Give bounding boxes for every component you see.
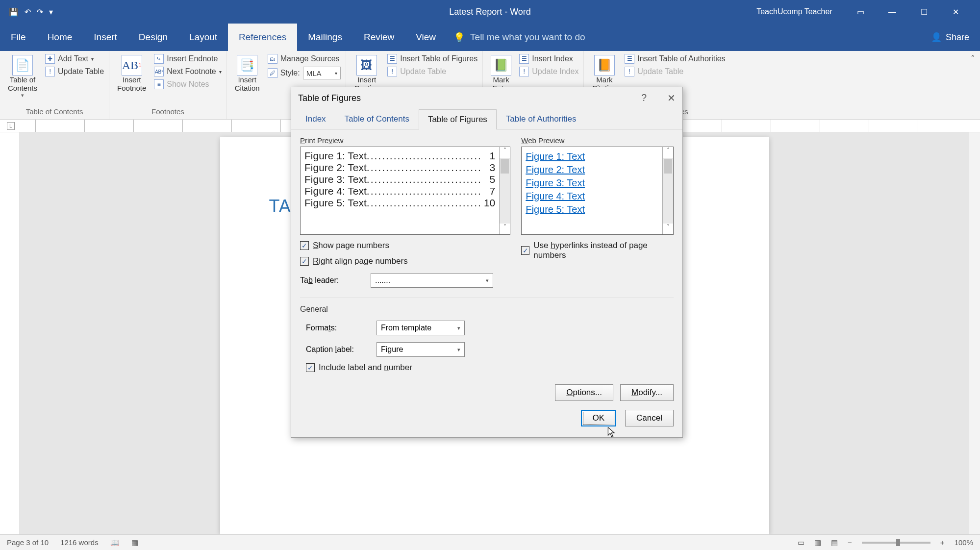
share-button[interactable]: 👤 Share bbox=[920, 28, 980, 47]
zoom-level[interactable]: 100% bbox=[955, 538, 973, 547]
include-label-checkbox[interactable]: ✓Include label and number bbox=[306, 363, 674, 373]
options-button[interactable]: Options... bbox=[555, 384, 613, 401]
citation-icon: 📑 bbox=[237, 55, 257, 75]
dialog-titlebar[interactable]: Table of Figures ? ✕ bbox=[291, 87, 682, 109]
insert-toa-button[interactable]: ☰Insert Table of Authorities bbox=[625, 54, 725, 64]
web-preview-link[interactable]: Figure 3: Text bbox=[526, 176, 658, 190]
tab-view[interactable]: View bbox=[405, 24, 447, 51]
dialog-tabs: Index Table of Contents Table of Figures… bbox=[291, 109, 682, 129]
update-table-button[interactable]: !Update Table bbox=[45, 67, 104, 76]
insert-index-button[interactable]: ☰Insert Index bbox=[519, 54, 578, 64]
help-icon[interactable]: ? bbox=[641, 92, 647, 104]
scroll-up-icon[interactable]: ˄ bbox=[500, 147, 510, 158]
next-footnote-button[interactable]: AB¹Next Footnote ▾ bbox=[154, 67, 222, 76]
tab-insert[interactable]: Insert bbox=[83, 24, 128, 51]
dialog-tab-index[interactable]: Index bbox=[296, 109, 335, 129]
tab-references[interactable]: References bbox=[228, 24, 297, 51]
web-preview-link[interactable]: Figure 5: Text bbox=[526, 203, 658, 216]
print-layout-icon[interactable]: ▥ bbox=[814, 538, 821, 547]
web-preview-link[interactable]: Figure 4: Text bbox=[526, 190, 658, 203]
ribbon-display-icon[interactable]: ▭ bbox=[846, 7, 876, 17]
checkbox-icon: ✓ bbox=[300, 257, 309, 266]
scrollbar[interactable]: ˄ ˅ bbox=[499, 147, 510, 234]
add-text-button[interactable]: ✚Add Text ▾ bbox=[45, 54, 104, 64]
dialog-tab-toc[interactable]: Table of Contents bbox=[335, 109, 419, 129]
read-mode-icon[interactable]: ▭ bbox=[798, 538, 804, 547]
style-dropdown[interactable]: 🖊Style: MLA▾ bbox=[268, 67, 341, 79]
scroll-down-icon[interactable]: ˅ bbox=[663, 224, 673, 234]
update-index-button[interactable]: !Update Index bbox=[519, 67, 578, 76]
scroll-down-icon[interactable]: ˅ bbox=[500, 224, 510, 234]
print-preview-line: Figure 3: Text..........................… bbox=[304, 174, 495, 185]
web-preview-link[interactable]: Figure 2: Text bbox=[526, 163, 658, 176]
chevron-down-icon: ▾ bbox=[457, 347, 460, 353]
manage-sources-button[interactable]: 🗂Manage Sources bbox=[268, 54, 341, 64]
group-toc: 📄 Table of Contents ▾ ✚Add Text ▾ !Updat… bbox=[0, 51, 109, 119]
formats-dropdown[interactable]: From template▾ bbox=[377, 321, 465, 335]
vertical-ruler[interactable] bbox=[0, 132, 20, 534]
tell-me-search[interactable]: 💡 Tell me what you want to do bbox=[453, 32, 585, 43]
style-icon: 🖊 bbox=[268, 68, 277, 78]
spellcheck-icon[interactable]: 📖 bbox=[110, 538, 120, 547]
maximize-icon[interactable]: ☐ bbox=[909, 7, 939, 17]
tab-home[interactable]: Home bbox=[37, 24, 83, 51]
insert-table-of-figures-button[interactable]: ☰Insert Table of Figures bbox=[387, 54, 477, 64]
quick-access-toolbar: 💾 ↶ ↷ ▾ bbox=[0, 7, 53, 17]
status-bar: Page 3 of 10 1216 words 📖 ▦ ▭ ▥ ▤ − + 10… bbox=[0, 534, 980, 550]
chevron-down-icon: ▾ bbox=[335, 71, 337, 76]
show-page-numbers-checkbox[interactable]: ✓Show page numbers bbox=[300, 241, 510, 250]
zoom-in-icon[interactable]: + bbox=[940, 538, 945, 547]
redo-icon[interactable]: ↷ bbox=[37, 7, 43, 17]
chevron-down-icon: ▾ bbox=[457, 325, 460, 331]
vertical-scrollbar[interactable] bbox=[969, 132, 980, 534]
web-preview-link[interactable]: Figure 1: Text bbox=[526, 150, 658, 163]
dialog-tab-tof[interactable]: Table of Figures bbox=[419, 109, 497, 129]
chevron-down-icon: ▾ bbox=[219, 69, 222, 75]
show-notes-button[interactable]: ≡Show Notes bbox=[154, 79, 222, 89]
tab-review[interactable]: Review bbox=[353, 24, 405, 51]
save-icon[interactable]: 💾 bbox=[9, 7, 19, 17]
minimize-icon[interactable]: — bbox=[878, 8, 907, 17]
right-align-checkbox[interactable]: ✓Right align page numbers bbox=[300, 256, 510, 266]
collapse-ribbon-icon[interactable]: ˄ bbox=[971, 54, 975, 64]
checkbox-icon: ✓ bbox=[306, 363, 315, 372]
use-hyperlinks-checkbox[interactable]: ✓Use hyperlinks instead of page numbers bbox=[521, 241, 674, 260]
general-section-label: General bbox=[300, 305, 674, 314]
word-count[interactable]: 1216 words bbox=[60, 538, 99, 547]
insert-citation-button[interactable]: 📑 Insert Citation bbox=[232, 54, 263, 93]
insert-footnote-button[interactable]: AB1 Insert Footnote bbox=[114, 54, 149, 93]
macro-icon[interactable]: ▦ bbox=[131, 538, 138, 547]
tab-selector[interactable]: L bbox=[7, 122, 15, 130]
update-tof-button[interactable]: !Update Table bbox=[387, 67, 477, 76]
table-of-contents-button[interactable]: 📄 Table of Contents ▾ bbox=[5, 54, 40, 100]
close-icon[interactable]: ✕ bbox=[667, 92, 676, 104]
tab-mailings[interactable]: Mailings bbox=[297, 24, 353, 51]
scroll-up-icon[interactable]: ˄ bbox=[663, 147, 673, 158]
caption-label-dropdown[interactable]: Figure▾ bbox=[377, 342, 465, 357]
update-icon: ! bbox=[519, 67, 529, 76]
page-indicator[interactable]: Page 3 of 10 bbox=[7, 538, 49, 547]
endnote-icon: ⤷ bbox=[154, 54, 164, 64]
zoom-slider[interactable] bbox=[862, 542, 930, 544]
tab-layout[interactable]: Layout bbox=[178, 24, 228, 51]
update-icon: ! bbox=[625, 67, 634, 76]
web-layout-icon[interactable]: ▤ bbox=[831, 538, 838, 547]
scrollbar[interactable]: ˄ ˅ bbox=[662, 147, 673, 234]
insert-endnote-button[interactable]: ⤷Insert Endnote bbox=[154, 54, 222, 64]
update-toa-button[interactable]: !Update Table bbox=[625, 67, 725, 76]
tab-design[interactable]: Design bbox=[128, 24, 178, 51]
window-controls: ▭ — ☐ ✕ bbox=[846, 7, 970, 17]
account-name[interactable]: TeachUcomp Teacher bbox=[756, 7, 832, 16]
tab-file[interactable]: File bbox=[0, 24, 37, 51]
qat-customize-icon[interactable]: ▾ bbox=[49, 7, 53, 17]
tab-leader-dropdown[interactable]: .......▾ bbox=[371, 273, 493, 288]
ok-button[interactable]: OK bbox=[581, 410, 617, 426]
modify-button[interactable]: Modify... bbox=[620, 384, 674, 401]
chevron-down-icon: ▾ bbox=[486, 277, 489, 284]
undo-icon[interactable]: ↶ bbox=[25, 7, 31, 17]
cancel-button[interactable]: Cancel bbox=[625, 410, 674, 426]
dialog-tab-toa[interactable]: Table of Authorities bbox=[497, 109, 586, 129]
window-title: Latest Report - Word bbox=[449, 7, 531, 17]
zoom-out-icon[interactable]: − bbox=[848, 538, 852, 547]
close-icon[interactable]: ✕ bbox=[941, 7, 970, 17]
